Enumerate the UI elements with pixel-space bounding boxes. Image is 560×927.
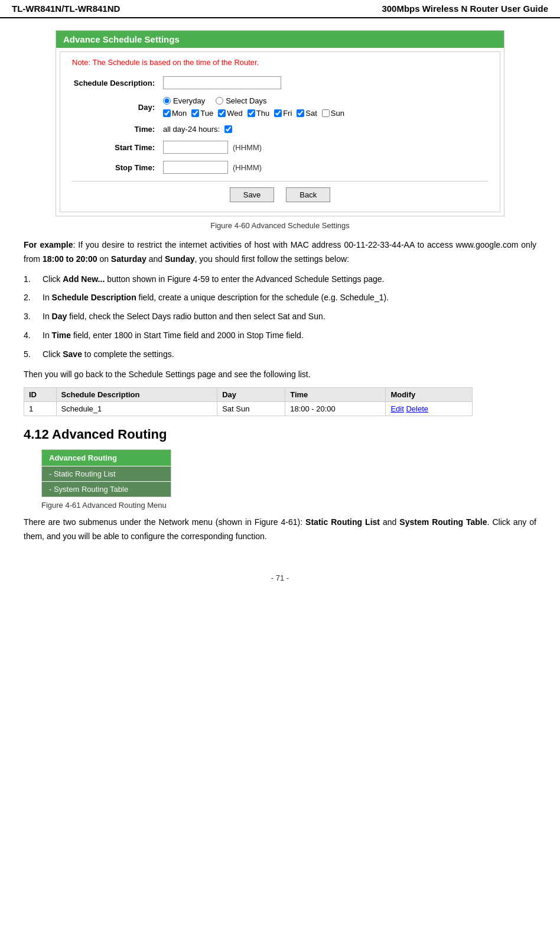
step-1: 1. Click Add New... button shown in Figu… (24, 273, 536, 287)
col-description: Schedule Description (56, 388, 217, 402)
step-2: 2. In Schedule Description field, create… (24, 291, 536, 305)
main-content: Advance Schedule Settings Note: The Sche… (0, 24, 560, 562)
thu-checkbox[interactable] (248, 109, 255, 117)
form-buttons: Save Back (72, 181, 488, 206)
routing-menu-item-static[interactable]: - Static Routing List (42, 466, 171, 481)
cell-time: 18:00 - 20:00 (285, 402, 386, 416)
start-time-label: Start Time: (72, 143, 155, 152)
col-id: ID (24, 388, 57, 402)
everyday-label: Everyday (173, 96, 205, 105)
routing-menu-header: Advanced Routing (42, 450, 171, 466)
day-checkboxes: Mon Tue Wed Thu Fri Sat Sun (163, 109, 344, 118)
schedule-form-header: Advance Schedule Settings (56, 31, 504, 48)
allday-checkbox[interactable] (224, 125, 232, 133)
tue-label[interactable]: Tue (191, 109, 213, 118)
routing-menu-figure: Advanced Routing - Static Routing List -… (41, 449, 171, 497)
day-row: Day: Everyday Select Days Mon (72, 96, 488, 118)
select-days-radio-label[interactable]: Select Days (216, 96, 266, 105)
time-label: Time: (72, 125, 155, 134)
edit-link[interactable]: Edit (390, 404, 403, 413)
section-412-heading: 4.12 Advanced Routing (24, 427, 536, 442)
cell-modify: Edit Delete (386, 402, 473, 416)
stop-hhmm: (HHMM) (233, 163, 262, 172)
figure-61-caption: Figure 4-61 Advanced Routing Menu (41, 501, 536, 510)
step-5: 5. Click Save to complete the settings. (24, 348, 536, 362)
description-label: Schedule Description: (72, 79, 155, 87)
delete-link[interactable]: Delete (406, 404, 428, 413)
header-title: 300Mbps Wireless N Router User Guide (382, 4, 548, 14)
everyday-radio[interactable] (163, 97, 171, 105)
select-days-radio[interactable] (216, 97, 223, 105)
table-header-row: ID Schedule Description Day Time Modify (24, 388, 473, 402)
start-time-row: Start Time: (HHMM) (72, 141, 488, 154)
routing-menu-item-system[interactable]: - System Routing Table (42, 481, 171, 497)
example-bold: For example (24, 240, 73, 249)
everyday-radio-label[interactable]: Everyday (163, 96, 205, 105)
routing-description: There are two submenus under the Network… (24, 516, 536, 544)
page-footer: - 71 - (0, 573, 560, 588)
time-row: Time: all day-24 hours: (72, 125, 488, 134)
static-routing-bold: Static Routing List (305, 517, 380, 527)
allday-text: all day-24 hours: (163, 125, 220, 134)
stop-time-input[interactable] (163, 161, 228, 174)
step4-bold: Time (52, 330, 71, 340)
example-paragraph: For example: If you desire to restrict t… (24, 238, 536, 267)
save-button[interactable]: Save (230, 187, 275, 202)
sun-label[interactable]: Sun (322, 109, 344, 118)
sunday-bold: Sunday (165, 254, 195, 264)
step5-bold: Save (63, 349, 82, 359)
fri-checkbox[interactable] (274, 109, 282, 117)
steps-list: 1. Click Add New... button shown in Figu… (24, 273, 536, 362)
stop-time-label: Stop Time: (72, 163, 155, 172)
table-body: 1 Schedule_1 Sat Sun 18:00 - 20:00 Edit … (24, 402, 473, 416)
day-radio-options: Everyday Select Days (163, 96, 344, 105)
description-input[interactable] (163, 76, 281, 89)
saturday-bold: Saturday (111, 254, 146, 264)
fri-label[interactable]: Fri (274, 109, 292, 118)
system-routing-bold: System Routing Table (399, 517, 487, 527)
then-text: Then you will go back to the Schedule Se… (24, 368, 536, 382)
cell-id: 1 (24, 402, 57, 416)
table-head: ID Schedule Description Day Time Modify (24, 388, 473, 402)
schedule-form-body: Note: The Schedule is based on the time … (60, 51, 500, 212)
thu-label[interactable]: Thu (248, 109, 269, 118)
back-button[interactable]: Back (286, 187, 330, 202)
select-days-label: Select Days (226, 96, 266, 105)
description-row: Schedule Description: (72, 76, 488, 89)
cell-day: Sat Sun (217, 402, 285, 416)
schedule-note: Note: The Schedule is based on the time … (72, 58, 488, 67)
cell-description: Schedule_1 (56, 402, 217, 416)
step-3: 3. In Day field, check the Select Days r… (24, 310, 536, 324)
figure-60-caption: Figure 4-60 Advanced Schedule Settings (24, 221, 536, 230)
sat-checkbox[interactable] (297, 109, 304, 117)
day-options-container: Everyday Select Days Mon Tue Wed Thu Fri (163, 96, 344, 118)
mon-label[interactable]: Mon (163, 109, 187, 118)
start-hhmm: (HHMM) (233, 143, 262, 152)
sat-label[interactable]: Sat (297, 109, 317, 118)
step2-bold: Schedule Description (52, 293, 136, 302)
time-options: all day-24 hours: (163, 125, 232, 134)
col-day: Day (217, 388, 285, 402)
col-modify: Modify (386, 388, 473, 402)
page-header: TL-WR841N/TL-WR841ND 300Mbps Wireless N … (0, 0, 560, 18)
mon-checkbox[interactable] (163, 109, 171, 117)
time-bold: 18:00 to 20:00 (43, 254, 97, 264)
day-label: Day: (72, 103, 155, 112)
step-4: 4. In Time field, enter 1800 in Start Ti… (24, 329, 536, 343)
col-time: Time (285, 388, 386, 402)
header-model: TL-WR841N/TL-WR841ND (12, 4, 120, 14)
start-time-input[interactable] (163, 141, 228, 154)
schedule-table: ID Schedule Description Day Time Modify … (24, 387, 473, 416)
figure-60-box: Advance Schedule Settings Note: The Sche… (56, 30, 504, 216)
wed-checkbox[interactable] (218, 109, 226, 117)
table-row: 1 Schedule_1 Sat Sun 18:00 - 20:00 Edit … (24, 402, 473, 416)
page-number: - 71 - (271, 573, 289, 582)
sun-checkbox[interactable] (322, 109, 330, 117)
tue-checkbox[interactable] (191, 109, 199, 117)
stop-time-row: Stop Time: (HHMM) (72, 161, 488, 174)
wed-label[interactable]: Wed (218, 109, 243, 118)
step1-bold: Add New... (63, 274, 105, 284)
step3-bold: Day (52, 312, 67, 321)
